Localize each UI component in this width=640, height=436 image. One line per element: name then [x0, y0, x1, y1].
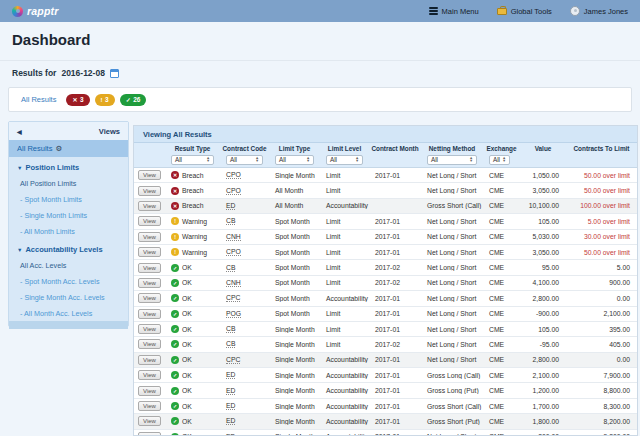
col-contracts-to-limit[interactable]: Contracts To Limit [566, 145, 637, 152]
view-button[interactable]: View [138, 432, 161, 435]
brand-name: rapptr [27, 5, 59, 17]
accountability-levels-title: Accountability Levels [25, 245, 102, 254]
contract-code-cell: ED [220, 202, 269, 210]
sidebar-item-single-month-acc-levels[interactable]: - Single Month Acc. Levels [9, 289, 128, 305]
col-contract-month[interactable]: Contract Month [369, 145, 421, 152]
table-row: View✓OKEDSingle MonthAccountability2017-… [134, 430, 637, 435]
sidebar-item-single-month-limits[interactable]: - Single Month Limits [9, 207, 128, 223]
global-tools-button[interactable]: Global Tools [497, 7, 552, 16]
col-contract-code[interactable]: Contract Code [220, 145, 269, 152]
collapse-arrow-icon[interactable]: ◀ [17, 128, 22, 135]
filter-result-type[interactable]: All ▲▼ [171, 155, 214, 165]
netting-method-cell: Gross Long (Call) [421, 372, 483, 379]
warning-icon: ! [171, 233, 179, 241]
contract-code-cell: CB [220, 325, 269, 333]
view-button[interactable]: View [138, 324, 161, 334]
view-button[interactable]: View [138, 201, 161, 211]
col-value[interactable]: Value [520, 145, 566, 152]
gear-icon[interactable]: ⚙ [55, 144, 62, 153]
limit-type-cell: Single Month [269, 356, 320, 363]
filter-exchange[interactable]: All ▲▼ [489, 155, 510, 165]
contract-month-cell: 2017-02 [369, 264, 421, 271]
contract-code-cell: CPO [220, 248, 269, 256]
result-type-cell: ✕Breach [165, 187, 220, 195]
calendar-icon[interactable] [110, 69, 119, 78]
contract-code: POG [226, 310, 241, 318]
ok-count-badge[interactable]: ✓ 26 [120, 94, 147, 106]
ok-count: 26 [133, 96, 140, 103]
all-results-link[interactable]: All Results [21, 95, 56, 104]
contract-code-cell: CB [220, 340, 269, 348]
view-button[interactable]: View [138, 216, 161, 226]
table-row: View✓OKCPCSpot MonthAccountability2017-0… [134, 291, 637, 306]
view-button[interactable]: View [138, 186, 161, 196]
contract-code-cell: CPC [220, 294, 269, 302]
table-row: View!WarningCBSpot MonthLimit2017-01Net … [134, 214, 637, 229]
view-button[interactable]: View [138, 386, 161, 396]
sidebar-item-spot-month-acc-levels[interactable]: - Spot Month Acc. Levels [9, 273, 128, 289]
view-button[interactable]: View [138, 170, 161, 180]
sidebar-item-all-month-limits[interactable]: - All Month Limits [9, 223, 128, 239]
contract-code: CPO [226, 187, 241, 195]
col-netting-method[interactable]: Netting Method [421, 145, 483, 152]
col-result-type[interactable]: Result Type [165, 145, 220, 152]
ok-icon: ✓ [171, 294, 179, 302]
breach-count-badge[interactable]: ✕ 3 [66, 94, 89, 106]
limit-level-cell: Limit [320, 326, 369, 333]
view-button[interactable]: View [138, 370, 161, 380]
dropdown-arrows-icon: ▲▼ [469, 157, 473, 163]
view-button[interactable]: View [138, 247, 161, 257]
limit-level-cell: Accountability [320, 356, 369, 363]
exchange-cell: CME [483, 202, 520, 209]
sidebar-item-all-month-acc-levels[interactable]: - All Month Acc. Levels [9, 305, 128, 321]
brand[interactable]: rapptr [12, 5, 59, 17]
all-results-label: All Results [17, 144, 52, 153]
view-button[interactable]: View [138, 293, 161, 303]
view-button[interactable]: View [138, 339, 161, 349]
result-type-label: OK [182, 341, 192, 348]
contract-code: ED [226, 402, 235, 410]
main-menu-button[interactable]: Main Menu [429, 7, 479, 16]
section-accountability-levels[interactable]: ▼ Accountability Levels [9, 239, 128, 257]
section-position-limits[interactable]: ▼ Position Limits [9, 157, 128, 175]
result-type-cell: !Warning [165, 233, 220, 241]
contract-code-cell: CPO [220, 187, 269, 195]
col-limit-type[interactable]: Limit Type [269, 145, 320, 152]
warning-count-badge[interactable]: ! 3 [95, 94, 115, 106]
netting-method-cell: Net Long / Short [421, 295, 483, 302]
sidebar-item-all-acc-levels[interactable]: All Acc. Levels [9, 257, 128, 273]
chevron-down-icon: ▼ [17, 247, 22, 253]
netting-method-cell: Gross Short (Call) [421, 202, 483, 209]
warning-icon: ! [101, 97, 103, 103]
limit-level-cell: Limit [320, 218, 369, 225]
col-exchange[interactable]: Exchange [483, 145, 520, 152]
contract-month-cell: 2017-01 [369, 310, 421, 317]
result-type-label: OK [182, 295, 192, 302]
contract-code-cell: ED [220, 387, 269, 395]
filter-limit-level[interactable]: All ▲▼ [326, 155, 363, 165]
sidebar-item-all-position-limits[interactable]: All Position Limits [9, 175, 128, 191]
view-button[interactable]: View [138, 309, 161, 319]
view-button[interactable]: View [138, 232, 161, 242]
view-button[interactable]: View [138, 401, 161, 411]
value-cell: 95.00 [520, 264, 566, 271]
results-for-row: Results for 2016-12-08 [12, 68, 119, 78]
contract-code-cell: ED [220, 433, 269, 435]
sidebar-item-spot-month-limits[interactable]: - Spot Month Limits [9, 191, 128, 207]
limit-type-cell: Single Month [269, 418, 320, 425]
result-type-label: Warning [182, 218, 207, 225]
view-button[interactable]: View [138, 278, 161, 288]
netting-method-cell: Net Long / Short [421, 279, 483, 286]
col-limit-level[interactable]: Limit Level [320, 145, 369, 152]
filter-contract-code[interactable]: All ▲▼ [226, 155, 263, 165]
user-menu-button[interactable]: James Jones [570, 6, 628, 16]
filter-netting-method[interactable]: All ▲▼ [427, 155, 477, 165]
view-button[interactable]: View [138, 416, 161, 426]
result-type-label: OK [182, 310, 192, 317]
view-button[interactable]: View [138, 263, 161, 273]
view-button[interactable]: View [138, 355, 161, 365]
limit-type-cell: Single Month [269, 172, 320, 179]
sidebar-item-all-results[interactable]: All Results ⚙ [9, 140, 128, 157]
filter-limit-type[interactable]: All ▲▼ [275, 155, 314, 165]
exchange-cell: CME [483, 172, 520, 179]
